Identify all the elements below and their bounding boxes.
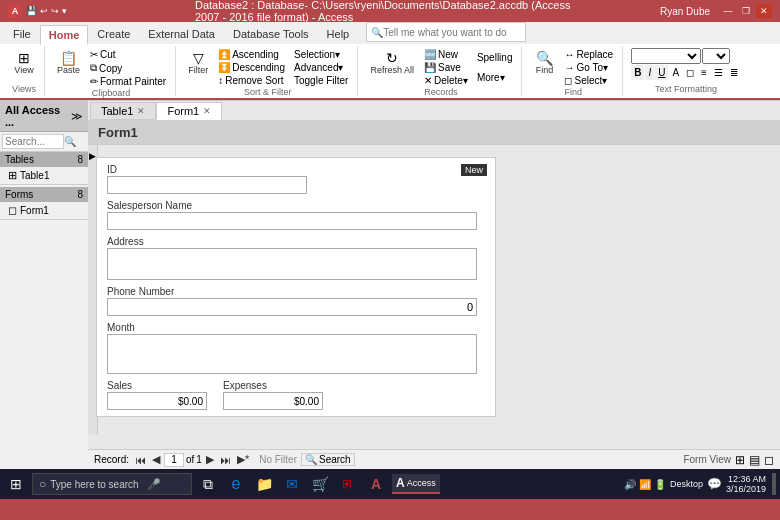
close-btn[interactable]: ✕ xyxy=(756,4,772,18)
more-quick-btn[interactable]: ▾ xyxy=(62,6,67,16)
paste-btn[interactable]: 📋 Paste xyxy=(53,48,84,78)
doc-tab-table1[interactable]: Table1 ✕ xyxy=(90,102,156,120)
nav-item-table1[interactable]: ⊞ Table1 xyxy=(0,167,88,184)
advanced-btn[interactable]: Advanced▾ xyxy=(291,61,351,74)
nav-first-btn[interactable]: ⏮ xyxy=(133,454,148,466)
edge-icon[interactable]: e xyxy=(224,472,248,496)
replace-label: Replace xyxy=(576,49,613,60)
access-app-btn[interactable]: A Access xyxy=(392,474,440,494)
view-icon-layout[interactable]: ◻ xyxy=(764,453,774,467)
ribbon-content: ⊞ View Views 📋 Paste ✂ Cut ⧉ xyxy=(0,44,780,100)
sort-group-label: Sort & Filter xyxy=(244,87,292,97)
ribbon-search-input[interactable] xyxy=(383,27,513,38)
access-taskbar-icon[interactable]: A xyxy=(364,472,388,496)
show-desktop-btn[interactable] xyxy=(772,473,776,495)
antivirus-icon[interactable]: ⛨ xyxy=(336,472,360,496)
ascending-btn[interactable]: ⏫ Ascending xyxy=(215,48,288,61)
find-btn[interactable]: 🔍 Find xyxy=(530,48,558,78)
selection-btn[interactable]: Selection▾ xyxy=(291,48,351,61)
start-button[interactable]: ⊞ xyxy=(4,474,28,494)
tab-file[interactable]: File xyxy=(4,24,40,44)
doc-tab-form1-close[interactable]: ✕ xyxy=(203,106,211,116)
notification-icon[interactable]: 💬 xyxy=(707,477,722,491)
tab-database-tools[interactable]: Database Tools xyxy=(224,24,318,44)
copy-btn[interactable]: ⧉ Copy xyxy=(87,61,169,75)
align-left-btn[interactable]: ≡ xyxy=(698,65,710,80)
align-right-btn[interactable]: ≣ xyxy=(727,65,741,80)
nav-search-input[interactable] xyxy=(2,134,64,149)
salesperson-input[interactable] xyxy=(107,212,477,230)
align-center-btn[interactable]: ☰ xyxy=(711,65,726,80)
save-quick-btn[interactable]: 💾 xyxy=(26,6,37,16)
desktop-btn[interactable]: Desktop xyxy=(670,479,703,489)
undo-quick-btn[interactable]: ↩ xyxy=(40,6,48,16)
remove-sort-btn[interactable]: ↕ Remove Sort xyxy=(215,74,288,87)
doc-tab-form1[interactable]: Form1 ✕ xyxy=(156,102,222,120)
id-input[interactable] xyxy=(107,176,307,194)
view-btn[interactable]: ⊞ View xyxy=(10,48,38,78)
size-selector[interactable] xyxy=(702,48,730,64)
expenses-input[interactable] xyxy=(223,392,323,410)
filter-btn[interactable]: ▽ Filter xyxy=(184,48,212,78)
tab-external-data[interactable]: External Data xyxy=(139,24,224,44)
redo-quick-btn[interactable]: ↪ xyxy=(51,6,59,16)
store-icon[interactable]: 🛒 xyxy=(308,472,332,496)
save-record-icon: 💾 xyxy=(424,62,436,73)
goto-btn[interactable]: → Go To▾ xyxy=(561,61,616,74)
taskbar-search[interactable]: ○ Type here to search 🎤 xyxy=(32,473,192,495)
replace-btn[interactable]: ↔ Replace xyxy=(561,48,616,61)
refresh-btn[interactable]: ↻ Refresh All xyxy=(366,48,418,78)
nav-prev-btn[interactable]: ◀ xyxy=(150,453,162,466)
nav-header[interactable]: All Access ... ≫ xyxy=(0,101,88,132)
more-records-btn[interactable]: More▾ xyxy=(474,71,516,84)
nav-next-btn[interactable]: ▶ xyxy=(204,453,216,466)
descending-icon: ⏬ xyxy=(218,62,230,73)
record-current[interactable] xyxy=(164,453,184,467)
nav-new-record-btn[interactable]: ▶* xyxy=(235,453,251,466)
mail-icon[interactable]: ✉ xyxy=(280,472,304,496)
save-record-btn[interactable]: 💾 Save xyxy=(421,61,471,74)
new-badge: New xyxy=(461,164,487,176)
nav-last-btn[interactable]: ⏭ xyxy=(218,454,233,466)
nav-item-form1[interactable]: ◻ Form1 xyxy=(0,202,88,219)
address-input-area[interactable] xyxy=(107,248,477,280)
new-record-btn[interactable]: 🆕 New xyxy=(421,48,471,61)
minimize-btn[interactable]: — xyxy=(720,4,736,18)
tab-help[interactable]: Help xyxy=(318,24,359,44)
spelling-btn[interactable]: Spelling xyxy=(474,51,516,64)
bold-btn[interactable]: B xyxy=(631,65,644,80)
sales-input[interactable] xyxy=(107,392,207,410)
highlight-btn[interactable]: ◻ xyxy=(683,65,697,80)
task-view-btn[interactable]: ⧉ xyxy=(196,472,220,496)
nav-search-icon[interactable]: 🔍 xyxy=(64,136,76,147)
form-area: Form1 ▶ New ID xyxy=(88,121,780,449)
tab-create[interactable]: Create xyxy=(88,24,139,44)
maximize-btn[interactable]: ❐ xyxy=(738,4,754,18)
records-small: 🆕 New 💾 Save ✕ Delete▾ xyxy=(421,48,471,87)
ribbon-tabs: File Home Create External Data Database … xyxy=(0,22,780,44)
view-icon-form[interactable]: ⊞ xyxy=(735,453,745,467)
format-painter-btn[interactable]: ✏ Format Painter xyxy=(87,75,169,88)
title-bar-left: A 💾 ↩ ↪ ▾ xyxy=(8,4,67,18)
forms-section-header[interactable]: Forms 8 xyxy=(0,187,88,202)
search-field: 🔍 Search xyxy=(301,453,355,466)
cut-btn[interactable]: ✂ Cut xyxy=(87,48,169,61)
toggle-filter-btn[interactable]: Toggle Filter xyxy=(291,74,351,87)
tab-home[interactable]: Home xyxy=(40,25,89,45)
font-selector[interactable] xyxy=(631,48,701,64)
no-filter-btn[interactable]: No Filter xyxy=(259,454,297,465)
view-icon: ⊞ xyxy=(18,51,30,65)
search-icon-status: 🔍 xyxy=(305,454,317,465)
explorer-icon[interactable]: 📁 xyxy=(252,472,276,496)
underline-btn[interactable]: U xyxy=(655,65,668,80)
descending-btn[interactable]: ⏬ Descending xyxy=(215,61,288,74)
view-icon-table[interactable]: ▤ xyxy=(749,453,760,467)
text-color-btn[interactable]: A xyxy=(669,65,682,80)
doc-tab-table1-close[interactable]: ✕ xyxy=(137,106,145,116)
delete-record-btn[interactable]: ✕ Delete▾ xyxy=(421,74,471,87)
select-btn[interactable]: ◻ Select▾ xyxy=(561,74,616,87)
italic-btn[interactable]: I xyxy=(645,65,654,80)
month-input[interactable] xyxy=(107,334,477,374)
tables-section-header[interactable]: Tables 8 xyxy=(0,152,88,167)
ribbon-search-bar[interactable]: 🔍 xyxy=(366,22,526,42)
